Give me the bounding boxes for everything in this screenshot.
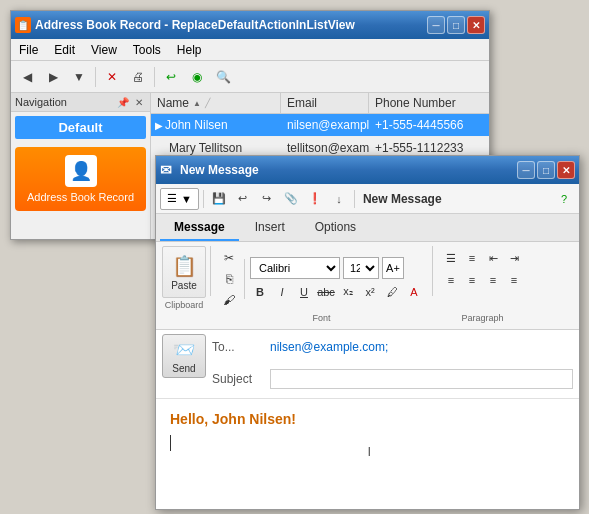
- decrease-indent-button[interactable]: ⇤: [483, 248, 503, 268]
- email-maximize-button[interactable]: □: [537, 161, 555, 179]
- ab-title-text: Address Book Record - ReplaceDefaultActi…: [35, 18, 427, 32]
- send-button[interactable]: 📨 Send: [162, 334, 206, 378]
- email-attach-button[interactable]: 📎: [280, 188, 302, 210]
- contact-name-1: ▶ John Nilsen: [151, 114, 281, 136]
- font-section-label: Font: [219, 313, 424, 323]
- email-toolbar: ☰ ▼ 💾 ↩ ↪ 📎 ❗ ↓ New Message ?: [156, 184, 579, 214]
- paste-section: 📋 Paste Clipboard: [162, 246, 206, 325]
- cut-button[interactable]: ✂: [219, 248, 239, 268]
- send-button-container: 📨 Send: [162, 334, 206, 394]
- ab-toolbar: ◀ ▶ ▼ ✕ 🖨 ↩ ◉ 🔍: [11, 61, 489, 93]
- ribbon-sep-1: [210, 246, 211, 296]
- font-color-button[interactable]: A: [404, 282, 424, 302]
- paste-label: Paste: [171, 280, 197, 291]
- nav-panel: Navigation 📌 ✕ Default 👤 Address Book Re…: [11, 93, 151, 239]
- col-phone-header[interactable]: Phone Number: [369, 93, 489, 113]
- dropdown-button[interactable]: ▼: [67, 65, 91, 89]
- email-undo-button[interactable]: ↩: [232, 188, 254, 210]
- email-window-controls: ─ □ ✕: [517, 161, 575, 179]
- contact-email-1: nilsen@example.com: [281, 114, 369, 136]
- email-save-button[interactable]: 💾: [208, 188, 230, 210]
- menu-view[interactable]: View: [83, 41, 125, 59]
- tab-options[interactable]: Options: [301, 214, 370, 241]
- nav-pin-icon[interactable]: 📌: [116, 95, 130, 109]
- refresh-button[interactable]: ◉: [185, 65, 209, 89]
- justify-button[interactable]: ≡: [504, 270, 524, 290]
- font-family-select[interactable]: Calibri: [250, 257, 340, 279]
- nav-header-label: Navigation: [15, 96, 67, 108]
- tab-insert[interactable]: Insert: [241, 214, 299, 241]
- nav-record-label: Address Book Record: [27, 191, 134, 203]
- print-button[interactable]: 🖨: [126, 65, 150, 89]
- format-painter-button[interactable]: 🖌: [219, 290, 239, 310]
- email-tabs: Message Insert Options: [156, 214, 579, 242]
- contact-row-1[interactable]: ▶ John Nilsen nilsen@example.com +1-555-…: [151, 114, 489, 137]
- menu-edit[interactable]: Edit: [46, 41, 83, 59]
- font-size-select[interactable]: 12: [343, 257, 379, 279]
- email-close-button[interactable]: ✕: [557, 161, 575, 179]
- send-icon: 📨: [173, 339, 195, 361]
- back-button[interactable]: ◀: [15, 65, 39, 89]
- email-send-area: 📨 Send To... nilsen@example.com; Subject: [156, 330, 579, 399]
- email-minimize-button[interactable]: ─: [517, 161, 535, 179]
- tab-message[interactable]: Message: [160, 214, 239, 241]
- underline-button[interactable]: U: [294, 282, 314, 302]
- ribbon-sep-2: [244, 259, 245, 299]
- clipboard-label: Clipboard: [165, 300, 204, 310]
- align-left-button[interactable]: ≡: [441, 270, 461, 290]
- increase-indent-button[interactable]: ⇥: [504, 248, 524, 268]
- grow-font-button[interactable]: A+: [382, 257, 404, 279]
- col-email-header[interactable]: Email: [281, 93, 369, 113]
- email-title-bar: ✉ New Message ─ □ ✕: [156, 156, 579, 184]
- email-insert-button[interactable]: ↓: [328, 188, 350, 210]
- delete-button[interactable]: ✕: [100, 65, 124, 89]
- menu-bar: File Edit View Tools Help: [11, 39, 489, 61]
- nav-ab-record-item[interactable]: 👤 Address Book Record: [15, 147, 146, 211]
- col-name-header[interactable]: Name ▲ ╱: [151, 93, 281, 113]
- email-greeting: Hello, John Nilsen!: [170, 411, 565, 427]
- cursor-label: I: [368, 444, 372, 459]
- paste-button[interactable]: 📋 Paste: [162, 246, 206, 298]
- email-window: ✉ New Message ─ □ ✕ ☰ ▼ 💾 ↩ ↪ 📎 ❗ ↓ New …: [155, 155, 580, 510]
- maximize-button[interactable]: □: [447, 16, 465, 34]
- superscript-button[interactable]: x²: [360, 282, 380, 302]
- list-bullet-button[interactable]: ☰: [441, 248, 461, 268]
- align-center-button[interactable]: ≡: [462, 270, 482, 290]
- highlight-button[interactable]: 🖊: [382, 282, 402, 302]
- copy-button[interactable]: ⎘: [219, 269, 239, 289]
- subject-input[interactable]: [270, 369, 573, 389]
- close-button[interactable]: ✕: [467, 16, 485, 34]
- email-help-button[interactable]: ?: [553, 188, 575, 210]
- email-toolbar-sep-1: [203, 190, 204, 208]
- email-body[interactable]: Hello, John Nilsen! I: [156, 399, 579, 479]
- forward-button[interactable]: ▶: [41, 65, 65, 89]
- italic-button[interactable]: I: [272, 282, 292, 302]
- ab-title-bar: 📋 Address Book Record - ReplaceDefaultAc…: [11, 11, 489, 39]
- bold-button[interactable]: B: [250, 282, 270, 302]
- email-home-dropdown[interactable]: ☰ ▼: [160, 188, 199, 210]
- search-button[interactable]: 🔍: [211, 65, 235, 89]
- to-value: nilsen@example.com;: [270, 340, 573, 354]
- strikethrough-button[interactable]: abc: [316, 282, 336, 302]
- email-ribbon: 📋 Paste Clipboard ✂ ⎘ 🖌: [156, 242, 579, 330]
- menu-file[interactable]: File: [11, 41, 46, 59]
- email-flag-button[interactable]: ❗: [304, 188, 326, 210]
- email-window-icon: ✉: [160, 162, 176, 178]
- nav-close-icon[interactable]: ✕: [132, 95, 146, 109]
- subscript-button[interactable]: x₂: [338, 282, 358, 302]
- nav-default-item[interactable]: Default: [15, 116, 146, 139]
- minimize-button[interactable]: ─: [427, 16, 445, 34]
- sort-arrow-icon: ▲: [193, 99, 201, 108]
- paragraph-label: Paragraph: [441, 313, 524, 323]
- email-redo-button[interactable]: ↪: [256, 188, 278, 210]
- sync-button[interactable]: ↩: [159, 65, 183, 89]
- nav-header: Navigation 📌 ✕: [11, 93, 150, 112]
- to-label: To...: [212, 340, 262, 354]
- subject-label: Subject: [212, 372, 262, 386]
- text-cursor: [170, 435, 171, 451]
- menu-help[interactable]: Help: [169, 41, 210, 59]
- menu-tools[interactable]: Tools: [125, 41, 169, 59]
- list-number-button[interactable]: ≡: [462, 248, 482, 268]
- align-right-button[interactable]: ≡: [483, 270, 503, 290]
- new-message-label: New Message: [363, 192, 442, 206]
